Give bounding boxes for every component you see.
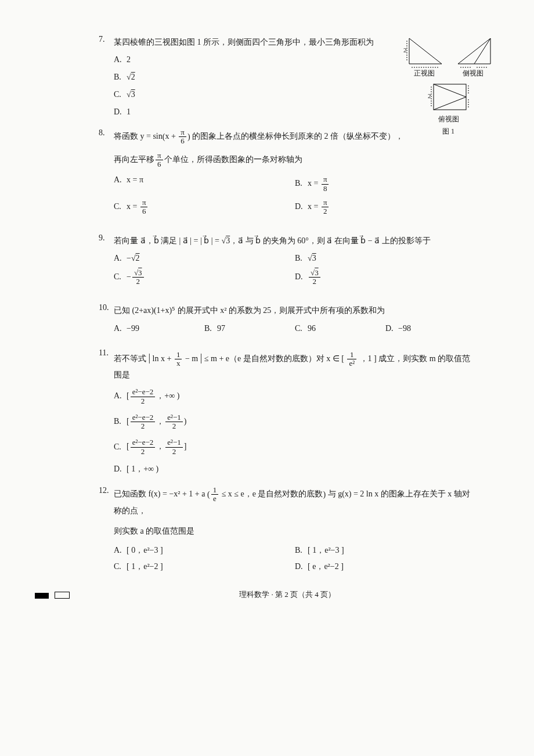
svg-text:2: 2 (403, 46, 407, 53)
page-footer: 理科数学 · 第 2 页（共 4 页） (239, 590, 335, 599)
q7-number: 7. (99, 35, 114, 49)
q12-opt-b: B.[ 1，e²−3 ] (295, 545, 476, 556)
q9-opt-b: B.√3 (295, 254, 476, 263)
q11-opt-c: C.[e²−e−22，e²−12] (99, 438, 476, 456)
side-view-label: 侧视图 (452, 69, 494, 78)
svg-line-16 (434, 84, 466, 97)
top-view-label: 俯视图 (428, 114, 470, 124)
q10-options: A.−99 B.97 C.96 D.−98 (99, 324, 476, 337)
q8-opt-b: B.x = π8 (295, 175, 476, 193)
q11-opt-d: D.[ 1，+∞ ) (99, 464, 476, 474)
q12-opt-c: C.[ 1，e²−2 ] (114, 561, 295, 572)
top-view-svg: 2 1 1 (428, 81, 470, 114)
q12-opt-d: D.[ e，e²−2 ] (295, 561, 476, 572)
svg-line-2 (409, 38, 442, 64)
q12-stem-line2: 则实数 a 的取值范围是 (99, 524, 476, 538)
question-7: 2 2 正视图 1 1 (99, 35, 476, 117)
figure-1: 2 2 正视图 1 1 (398, 35, 499, 136)
svg-line-17 (434, 97, 466, 110)
q9-opt-d: D.√32 (295, 269, 476, 286)
q8-number: 8. (99, 128, 114, 146)
q8-opt-d: D.x = π2 (295, 199, 476, 216)
question-12: 12. 已知函数 f(x) = −x² + 1 + a (1e ≤ x ≤ e，… (99, 486, 476, 578)
front-view-svg: 2 2 (403, 35, 445, 69)
q12-options: A.[ 0，e²−3 ] B.[ 1，e²−3 ] C.[ 1，e²−2 ] D… (99, 545, 476, 578)
q11-opt-a: A.[e²−e−22，+∞ ) (99, 388, 476, 405)
q11-options: A.[e²−e−22，+∞ ) B.[e²−e−22，e²−12) C.[e²−… (99, 388, 476, 474)
svg-line-10 (474, 38, 490, 64)
q8-stem-line2: 再向左平移π6个单位，所得函数图象的一条对称轴为 (99, 152, 476, 169)
q12-opt-a: A.[ 0，e²−3 ] (114, 545, 295, 556)
q11-stem: 若不等式 | ln x + 1x − m | ≤ m + e（e 是自然对数的底… (114, 348, 476, 383)
svg-line-9 (458, 38, 490, 64)
q8-opt-c: C.x = π6 (114, 199, 295, 216)
q11-opt-b: B.[e²−e−22，e²−12) (99, 413, 476, 431)
q12-stem-line1: 已知函数 f(x) = −x² + 1 + a (1e ≤ x ≤ e，e 是自… (114, 486, 476, 518)
question-10: 10. 已知 (2+ax)(1+x)⁵ 的展开式中 x² 的系数为 25，则展开… (99, 303, 476, 336)
q8-opt-a: A.x = π (114, 175, 295, 193)
q8-stem-line1: 将函数 y = sin(x + π6) 的图象上各点的横坐标伸长到原来的 2 倍… (114, 128, 476, 146)
scan-marks (35, 592, 70, 601)
q9-opt-c: C.−√32 (114, 269, 295, 286)
question-8: 8. 将函数 y = sin(x + π6) 的图象上各点的横坐标伸长到原来的 … (99, 128, 476, 221)
q8-options: A.x = π B.x = π8 C.x = π6 D.x = π2 (99, 175, 476, 221)
side-view-svg: 1 1 (452, 35, 494, 69)
question-11: 11. 若不等式 | ln x + 1x − m | ≤ m + e（e 是自然… (99, 348, 476, 475)
svg-rect-15 (434, 84, 466, 110)
q9-options: A.−√2 B.√3 C.−√32 D.√32 (99, 254, 476, 292)
q10-stem: 已知 (2+ax)(1+x)⁵ 的展开式中 x² 的系数为 25，则展开式中所有… (114, 303, 476, 318)
q10-number: 10. (99, 303, 114, 318)
q10-opt-c: C.96 (295, 324, 385, 333)
svg-text:2: 2 (428, 92, 431, 99)
q11-number: 11. (99, 348, 114, 383)
q9-stem: 若向量 a⃗，b⃗ 满足 | a⃗ | = | b⃗ | = √3，a⃗ 与 b… (114, 233, 476, 248)
q9-opt-a: A.−√2 (114, 254, 295, 263)
q12-number: 12. (99, 486, 114, 518)
q10-opt-a: A.−99 (114, 324, 204, 333)
q9-number: 9. (99, 233, 114, 248)
q10-opt-b: B.97 (204, 324, 295, 333)
front-view-label: 正视图 (403, 69, 445, 78)
q10-opt-d: D.−98 (385, 324, 476, 333)
question-9: 9. 若向量 a⃗，b⃗ 满足 | a⃗ | = | b⃗ | = √3，a⃗ … (99, 233, 476, 292)
